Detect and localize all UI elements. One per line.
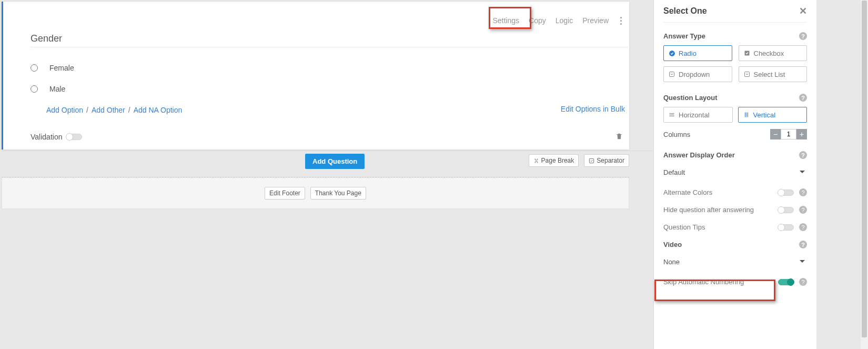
answer-type-checkbox[interactable]: Checkbox [739, 45, 808, 61]
tab-logic[interactable]: Logic [556, 16, 573, 25]
help-icon[interactable]: ? [799, 278, 807, 286]
more-menu-icon[interactable] [618, 17, 624, 25]
video-label: Video ? [663, 241, 807, 248]
svg-rect-0 [590, 158, 594, 163]
edit-bulk-link[interactable]: Edit Options in Bulk [561, 105, 625, 113]
page-break-label: Page Break [541, 157, 574, 164]
layout-label: Question Layout ? [663, 94, 807, 102]
tips-toggle[interactable] [778, 224, 794, 231]
answer-options: Female Male Add Option / Add Other / Add… [31, 64, 182, 114]
help-icon[interactable]: ? [799, 206, 807, 214]
display-order-select[interactable]: Default [663, 164, 807, 181]
separator-slash: / [86, 106, 88, 114]
add-na-link[interactable]: Add NA Option [134, 106, 183, 114]
option-label: Male [49, 85, 65, 93]
thank-you-button[interactable]: Thank You Page [310, 187, 366, 200]
layout-text: Question Layout [663, 94, 718, 102]
type-label: Radio [679, 49, 697, 57]
hide-after-toggle[interactable] [778, 207, 794, 213]
settings-sidebar: Select One ✕ Answer Type ? Radio Checkbo… [653, 0, 816, 349]
display-order-value: Default [663, 164, 807, 181]
validation-row: Validation [31, 133, 82, 141]
tab-copy[interactable]: Copy [529, 16, 546, 25]
option-links: Add Option / Add Other / Add NA Option [46, 106, 182, 114]
help-icon[interactable]: ? [799, 223, 807, 231]
columns-row: Columns − + [663, 129, 807, 139]
type-label: Select List [754, 71, 785, 78]
radio-check-icon [668, 49, 675, 57]
option-label: Female [49, 64, 74, 72]
help-icon[interactable]: ? [799, 94, 807, 102]
help-icon[interactable]: ? [799, 151, 807, 159]
display-order-text: Answer Display Order [663, 151, 735, 159]
horizontal-icon [668, 111, 675, 118]
main-editor-area: Settings Copy Logic Preview Gender Femal… [0, 0, 653, 349]
display-order-label: Answer Display Order ? [663, 151, 807, 159]
layout-horizontal[interactable]: Horizontal [663, 107, 733, 123]
title-underline [31, 47, 628, 47]
radio-icon [31, 85, 38, 93]
alt-colors-label: Alternate Colors [663, 188, 712, 196]
help-icon[interactable]: ? [799, 32, 807, 40]
stepper-plus[interactable]: + [796, 129, 807, 139]
separator-button[interactable]: Separator [584, 154, 629, 167]
panel-header: Select One ✕ [663, 5, 807, 23]
add-other-link[interactable]: Add Other [92, 106, 125, 114]
option-row[interactable]: Female [31, 64, 182, 72]
checkmark-icon [589, 158, 594, 164]
card-border [3, 1, 629, 2]
hide-after-label: Hide question after answering [663, 206, 754, 214]
answer-type-label: Answer Type ? [663, 32, 807, 40]
page-tools: Page Break Separator [529, 154, 629, 167]
caret-down-icon [800, 260, 805, 263]
svg-rect-3 [670, 72, 674, 77]
question-tabbar: Settings Copy Logic Preview [492, 16, 624, 25]
layout-opt-label: Horizontal [679, 111, 710, 119]
vertical-icon [743, 111, 750, 118]
tab-settings[interactable]: Settings [492, 16, 519, 25]
tips-row: Question Tips ? [663, 223, 807, 231]
panel-title: Select One [663, 6, 707, 16]
layout-opt-label: Vertical [753, 111, 776, 119]
tips-label: Question Tips [663, 223, 705, 231]
add-question-button[interactable]: Add Question [305, 154, 365, 169]
stepper-input[interactable] [781, 129, 796, 139]
row-divider [2, 151, 653, 151]
edit-footer-button[interactable]: Edit Footer [265, 187, 305, 200]
caret-down-icon [800, 171, 805, 173]
video-value: None [663, 254, 807, 270]
video-select[interactable]: None [663, 254, 807, 271]
columns-stepper[interactable]: − + [770, 129, 807, 139]
tab-preview[interactable]: Preview [582, 16, 609, 25]
answer-type-dropdown[interactable]: Dropdown [663, 66, 732, 82]
dropdown-icon [668, 71, 675, 78]
alt-colors-row: Alternate Colors ? [663, 188, 807, 196]
trash-icon[interactable] [615, 133, 623, 140]
help-icon[interactable]: ? [799, 188, 807, 196]
close-icon[interactable]: ✕ [799, 5, 807, 17]
skip-numbering-row: Skip Automatic Numbering ? [663, 278, 807, 286]
answer-type-text: Answer Type [663, 32, 705, 40]
page-break-icon [533, 158, 539, 164]
answer-type-selectlist[interactable]: Select List [739, 66, 808, 82]
validation-toggle[interactable] [66, 134, 82, 140]
question-title[interactable]: Gender [31, 33, 62, 44]
stepper-minus[interactable]: − [770, 129, 781, 139]
svg-rect-4 [744, 72, 749, 77]
footer-block: Edit Footer Thank You Page [2, 177, 629, 209]
layout-vertical[interactable]: Vertical [738, 107, 808, 123]
option-row[interactable]: Male [31, 85, 182, 93]
skip-numbering-toggle[interactable] [778, 279, 794, 285]
scrollbar-thumb[interactable] [862, 1, 867, 337]
answer-type-radio[interactable]: Radio [663, 45, 732, 61]
alt-colors-toggle[interactable] [778, 190, 794, 196]
add-option-link[interactable]: Add Option [46, 106, 83, 114]
separator-label: Separator [597, 157, 624, 164]
separator-slash: / [128, 106, 130, 114]
page-scrollbar[interactable] [861, 0, 868, 349]
layout-grid: Horizontal Vertical [663, 107, 807, 123]
checkbox-icon [743, 49, 751, 57]
help-icon[interactable]: ? [799, 241, 807, 248]
page-break-button[interactable]: Page Break [529, 154, 579, 167]
question-card: Settings Copy Logic Preview Gender Femal… [2, 2, 629, 149]
